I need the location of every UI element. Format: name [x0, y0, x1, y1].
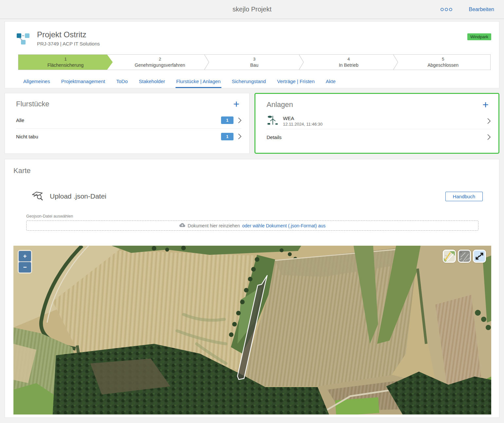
- project-subtitle: PRJ-3749 | ACP IT Solutions: [37, 41, 100, 46]
- handbuch-button[interactable]: Handbuch: [445, 192, 483, 201]
- process-flow-bar: 1 Flächensicherung 2 Genehmigungsverfahr…: [18, 54, 491, 70]
- stage-label: Flächensicherung: [47, 62, 84, 68]
- top-bar-actions: Bearbeiten: [440, 0, 494, 19]
- anlage-name: WEA: [283, 115, 323, 121]
- tab-todo[interactable]: ToDo: [116, 79, 128, 88]
- project-header-card: Projekt Ostritz PRJ-3749 | ACP IT Soluti…: [5, 21, 499, 88]
- karte-card: Karte Upload .json-Datei Handbuch Geojso…: [5, 159, 499, 418]
- tab-vertraege-fristen[interactable]: Verträge | Fristen: [276, 79, 315, 88]
- flurstuecke-title: Flurstücke: [16, 100, 49, 108]
- stage-abgeschlossen[interactable]: 5 Abgeschlossen: [396, 55, 490, 70]
- stage-label: Genehmigungsverfahren: [135, 62, 185, 68]
- dropzone-file-link[interactable]: oder wähle Dokument (.json-Format) aus: [242, 223, 326, 228]
- top-bar: skejlo Projekt Bearbeiten: [0, 0, 504, 19]
- chevron-right-icon[interactable]: [487, 118, 491, 124]
- app-window: skejlo Projekt Bearbeiten Projekt Ostrit…: [0, 0, 504, 423]
- count-badge: 1: [221, 133, 233, 140]
- project-title: Projekt Ostritz: [37, 30, 100, 39]
- dropzone-text: Dokument hier reinziehen: [188, 223, 240, 228]
- project-header-row: Projekt Ostritz PRJ-3749 | ACP IT Soluti…: [16, 30, 491, 46]
- satellite-map[interactable]: + −: [13, 246, 491, 414]
- upload-header-row: Upload .json-Datei Handbuch: [31, 190, 483, 203]
- karte-title: Karte: [5, 159, 499, 175]
- count-badge: 1: [221, 116, 233, 124]
- list-item-label: Details: [267, 134, 483, 140]
- anlagen-title: Anlagen: [267, 100, 293, 109]
- more-options-icon[interactable]: [440, 8, 453, 11]
- stage-label: In Betrieb: [339, 62, 359, 68]
- list-item-details[interactable]: Details: [267, 129, 491, 145]
- tab-allgemeines[interactable]: Allgemeines: [23, 79, 51, 88]
- list-item-label: Alle: [16, 117, 216, 123]
- anlagen-list: WEA 12.11.2024, 11:46:30 Details: [267, 113, 491, 145]
- satellite-layer-button[interactable]: [458, 250, 471, 263]
- map-scene: [13, 246, 491, 414]
- chevron-right-icon[interactable]: [487, 134, 491, 140]
- street-layer-button[interactable]: [443, 250, 456, 263]
- project-icon: [16, 30, 30, 46]
- tab-projektmanagement[interactable]: Projektmanagement: [61, 79, 106, 88]
- tab-sicherungstand[interactable]: Sicherungstand: [231, 79, 267, 88]
- list-item-wea[interactable]: WEA 12.11.2024, 11:46:30: [267, 113, 491, 129]
- chevron-right-icon[interactable]: [238, 133, 241, 139]
- map-search-icon: [31, 190, 44, 203]
- panels-row: Flurstücke + Alle 1 Nicht tabu 1 Anlagen: [5, 93, 499, 154]
- project-type-badge: Windpark: [467, 33, 491, 40]
- file-dropzone[interactable]: Dokument hier reinziehen oder wähle Doku…: [26, 220, 478, 231]
- map-zoom-control: + −: [18, 250, 32, 273]
- stage-number: 1: [64, 57, 66, 62]
- cloud-upload-icon: [179, 223, 185, 228]
- flurstuecke-list: Alle 1 Nicht tabu 1: [16, 112, 241, 144]
- flurstuecke-panel: Flurstücke + Alle 1 Nicht tabu 1: [5, 93, 250, 154]
- upload-title: Upload .json-Datei: [50, 192, 106, 200]
- stage-in-betrieb[interactable]: 4 In Betrieb: [302, 55, 396, 70]
- stage-flaechensicherung[interactable]: 1 Flächensicherung: [18, 55, 113, 70]
- page-title: skejlo Projekt: [233, 6, 271, 13]
- stage-number: 4: [347, 57, 350, 62]
- stage-number: 2: [159, 57, 161, 62]
- tab-stakeholder[interactable]: Stakeholder: [138, 79, 166, 88]
- fullscreen-button[interactable]: [473, 250, 486, 263]
- stage-number: 3: [253, 57, 255, 62]
- tab-strip: Allgemeines Projektmanagement ToDo Stake…: [16, 70, 491, 88]
- edit-button[interactable]: Bearbeiten: [469, 7, 494, 12]
- list-item-nicht-tabu[interactable]: Nicht tabu 1: [16, 128, 241, 144]
- chevron-right-icon[interactable]: [238, 117, 241, 123]
- stage-genehmigungsverfahren[interactable]: 2 Genehmigungsverfahren: [113, 55, 207, 70]
- tab-akte[interactable]: Akte: [325, 79, 336, 88]
- anlage-timestamp: 12.11.2024, 11:46:30: [283, 122, 323, 127]
- project-titles: Projekt Ostritz PRJ-3749 | ACP IT Soluti…: [37, 30, 100, 46]
- tab-flurstuecke-anlagen[interactable]: Flurstücke | Anlagen: [176, 79, 221, 88]
- list-item-label: Nicht tabu: [16, 134, 216, 139]
- stage-label: Abgeschlossen: [427, 62, 458, 68]
- map-tools: [443, 250, 486, 263]
- anlagen-panel: Anlagen +: [254, 93, 499, 154]
- stage-number: 5: [442, 57, 444, 62]
- zoom-out-button[interactable]: −: [19, 262, 31, 273]
- stage-label: Bau: [250, 62, 258, 68]
- wind-turbine-icon: [267, 115, 278, 128]
- add-anlage-button[interactable]: +: [482, 100, 491, 109]
- geojson-file-label: Geojson-Datei auswählen: [26, 214, 499, 219]
- stage-bau[interactable]: 3 Bau: [207, 55, 301, 70]
- add-flurstueck-button[interactable]: +: [233, 100, 241, 108]
- zoom-in-button[interactable]: +: [19, 251, 31, 261]
- list-item-alle[interactable]: Alle 1: [16, 112, 241, 128]
